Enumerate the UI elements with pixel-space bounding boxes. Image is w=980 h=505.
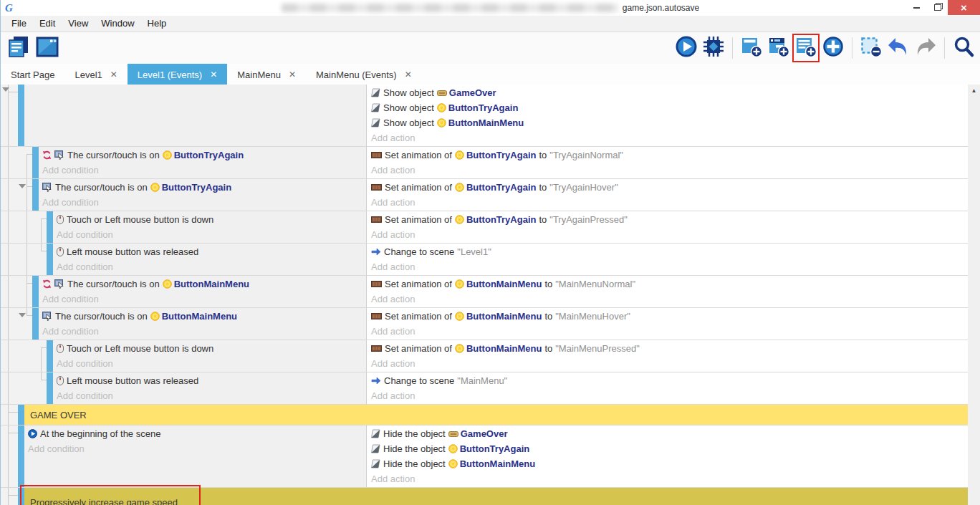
event-drag-handle[interactable] xyxy=(47,340,53,372)
add-action-button[interactable]: Add action xyxy=(371,388,968,403)
add-condition-button[interactable]: Add condition xyxy=(42,324,366,339)
redo-button[interactable] xyxy=(913,35,938,61)
string-param: "TryAgainPressed" xyxy=(549,214,627,225)
action-line[interactable]: Set animation ofButtonTryAgainto"TryAgai… xyxy=(371,212,968,227)
undo-button[interactable] xyxy=(886,35,911,61)
action-line[interactable]: Set animation ofButtonMainMenuto"MainMen… xyxy=(371,341,968,356)
restore-button[interactable] xyxy=(927,0,948,15)
event-text: The cursor/touch is on xyxy=(55,311,148,322)
add-condition-button[interactable]: Add condition xyxy=(57,259,366,274)
tab-close-icon[interactable]: ✕ xyxy=(110,69,117,80)
event-drag-handle[interactable] xyxy=(32,276,39,307)
event-drag-handle[interactable] xyxy=(32,308,39,340)
tab-mainmenu[interactable]: MainMenu✕ xyxy=(227,64,306,85)
add-more-button[interactable] xyxy=(821,35,845,61)
event-drag-handle[interactable] xyxy=(18,405,24,425)
search-icon xyxy=(952,35,975,61)
condition-line[interactable]: The cursor/touch is onButtonTryAgain xyxy=(42,148,366,163)
add-subevent-button[interactable] xyxy=(767,35,791,61)
condition-line[interactable]: Left mouse button was released xyxy=(57,244,366,259)
add-comment-button[interactable] xyxy=(794,35,818,61)
condition-line[interactable]: Left mouse button was released xyxy=(57,373,366,388)
event-drag-handle[interactable] xyxy=(32,147,39,178)
action-line[interactable]: Hide the objectButtonMainMenu xyxy=(371,456,968,471)
play-button[interactable] xyxy=(674,35,698,61)
cursor-icon xyxy=(54,279,64,289)
condition-line[interactable]: The cursor/touch is onButtonMainMenu xyxy=(42,309,366,324)
tab-level1-events-[interactable]: Level1 (Events)✕ xyxy=(128,64,227,85)
add-action-button[interactable]: Add action xyxy=(371,356,968,371)
comment-row[interactable]: Progressively increase game speed xyxy=(24,488,968,505)
comment-row[interactable]: GAME OVER xyxy=(24,405,968,425)
condition-line[interactable]: The cursor/touch is onButtonTryAgain xyxy=(42,180,366,195)
scene-editor-button[interactable] xyxy=(35,35,59,61)
add-action-button[interactable]: Add action xyxy=(371,259,968,274)
add-condition-button[interactable]: Add condition xyxy=(28,441,366,456)
condition-line[interactable]: Touch or Left mouse button is down xyxy=(57,212,366,227)
minimize-button[interactable] xyxy=(906,0,927,15)
close-button[interactable]: × xyxy=(948,0,980,15)
add-action-button[interactable]: Add action xyxy=(371,195,968,210)
remove-selection-button[interactable] xyxy=(859,35,883,61)
scroll-up-icon[interactable]: ▲ xyxy=(968,85,980,94)
menu-item-file[interactable]: File xyxy=(5,16,33,32)
add-action-button[interactable]: Add action xyxy=(371,130,968,145)
add-condition-button[interactable]: Add condition xyxy=(57,227,366,242)
action-line[interactable]: Show objectButtonMainMenu xyxy=(371,115,968,130)
event-drag-handle[interactable] xyxy=(47,211,53,243)
action-line[interactable]: Hide the objectButtonTryAgain xyxy=(371,441,968,456)
cursor-icon xyxy=(42,312,52,321)
event-drag-handle[interactable] xyxy=(32,179,39,211)
add-condition-button[interactable]: Add condition xyxy=(42,163,366,178)
object-ref: ButtonMainMenu xyxy=(150,311,237,322)
event-drag-handle[interactable] xyxy=(18,425,24,487)
tab-close-icon[interactable]: ✕ xyxy=(405,69,412,80)
add-action-button[interactable]: Add action xyxy=(371,163,968,178)
project-manager-button[interactable] xyxy=(6,35,31,61)
add-action-button[interactable]: Add action xyxy=(371,324,968,339)
tab-level1[interactable]: Level1✕ xyxy=(64,64,127,85)
invert-icon xyxy=(42,150,52,160)
tab-close-icon[interactable]: ✕ xyxy=(289,69,296,80)
event-drag-handle[interactable] xyxy=(47,244,53,275)
menu-item-edit[interactable]: Edit xyxy=(33,16,62,32)
event-text: Set animation of xyxy=(385,343,452,354)
action-line[interactable]: Change to scene"Level1" xyxy=(371,244,968,259)
vertical-scrollbar[interactable]: ▲ xyxy=(967,85,980,505)
condition-line[interactable]: At the beginning of the scene xyxy=(28,426,366,441)
menu-item-window[interactable]: Window xyxy=(95,16,140,32)
condition-line[interactable]: The cursor/touch is onButtonMainMenu xyxy=(42,276,366,292)
add-event-button[interactable] xyxy=(739,35,764,61)
action-line[interactable]: Set animation ofButtonMainMenuto"MainMen… xyxy=(371,309,968,324)
event-block: Touch or Left mouse button is downAdd co… xyxy=(1,340,968,372)
add-condition-button[interactable]: Add condition xyxy=(42,292,366,307)
action-line[interactable]: Change to scene"MainMenu" xyxy=(371,373,968,388)
event-drag-handle[interactable] xyxy=(18,488,24,505)
add-condition-button[interactable]: Add condition xyxy=(42,195,366,210)
object-ref: GameOver xyxy=(437,87,496,98)
add-action-button[interactable]: Add action xyxy=(371,292,968,307)
menu-item-help[interactable]: Help xyxy=(141,16,173,32)
add-action-button[interactable]: Add action xyxy=(371,227,968,242)
action-line[interactable]: Hide the objectGameOver xyxy=(371,426,968,441)
action-line[interactable]: Show objectButtonTryAgain xyxy=(371,100,968,115)
add-condition-button[interactable]: Add condition xyxy=(57,388,366,403)
action-line[interactable]: Show objectGameOver xyxy=(371,85,968,100)
action-line[interactable]: Set animation ofButtonTryAgainto"TryAgai… xyxy=(371,180,968,195)
event-text: Set animation of xyxy=(385,311,452,322)
tab-start-page[interactable]: Start Page xyxy=(1,64,64,85)
event-drag-handle[interactable] xyxy=(47,372,53,404)
tab-close-icon[interactable]: ✕ xyxy=(210,69,217,80)
menu-item-view[interactable]: View xyxy=(62,16,95,32)
search-button[interactable] xyxy=(951,35,976,61)
add-action-button[interactable]: Add action xyxy=(371,471,968,486)
debugger-button[interactable] xyxy=(701,35,726,61)
tab-mainmenu-events-[interactable]: MainMenu (Events)✕ xyxy=(306,64,422,85)
event-text: to xyxy=(544,279,552,289)
condition-line[interactable]: Touch or Left mouse button is down xyxy=(57,341,366,356)
add-condition-button[interactable]: Add condition xyxy=(57,356,366,371)
visibility-icon xyxy=(371,459,380,468)
action-line[interactable]: Set animation ofButtonTryAgainto"TryAgai… xyxy=(371,148,968,163)
event-drag-handle[interactable] xyxy=(18,85,24,146)
action-line[interactable]: Set animation ofButtonMainMenuto"MainMen… xyxy=(371,276,968,292)
